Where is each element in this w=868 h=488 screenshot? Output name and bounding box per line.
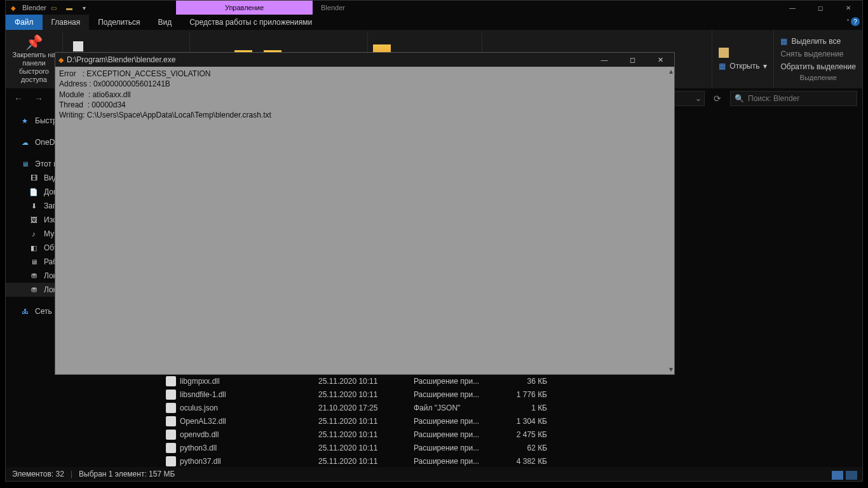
nav-network-label: Сеть: [35, 307, 52, 316]
selection-group-label: Выделение: [780, 74, 856, 82]
blender-icon: ◆: [58, 56, 64, 64]
scroll-down-icon[interactable]: ▾: [669, 365, 673, 374]
cloud-icon: ☁: [20, 137, 30, 147]
file-row[interactable]: python3.dll25.11.2020 10:11Расширение пр…: [147, 441, 862, 454]
status-selection: Выбран 1 элемент: 157 МБ: [79, 470, 175, 478]
close-button[interactable]: ✕: [834, 1, 862, 15]
collapse-ribbon-icon[interactable]: ˄: [846, 18, 850, 25]
file-icon: [166, 390, 176, 400]
file-size: 1 776 КБ: [503, 390, 547, 399]
select-none-label[interactable]: Снять выделение: [780, 50, 843, 58]
file-type: Расширение при...: [414, 377, 503, 386]
file-icon: [166, 416, 176, 426]
console-output[interactable]: Error : EXCEPTION_ACCESS_VIOLATION Addre…: [55, 67, 674, 374]
pin-label: Закрепить на панели быстрого доступа: [11, 51, 57, 85]
open-label[interactable]: Открыть: [729, 62, 759, 71]
music-icon: ♪: [29, 229, 39, 239]
network-icon: 🖧: [20, 306, 30, 316]
console-title: D:\Program\Blender\blender.exe: [67, 55, 175, 64]
tab-apptools[interactable]: Средства работы с приложениями: [180, 15, 321, 30]
file-type: Расширение при...: [414, 390, 503, 399]
tab-view[interactable]: Вид: [149, 15, 180, 30]
file-date: 21.10.2020 17:25: [318, 403, 414, 412]
search-placeholder: Поиск: Blender: [748, 94, 799, 103]
file-row[interactable]: OpenAL32.dll25.11.2020 10:11Расширение п…: [147, 414, 862, 428]
chevron-down-icon[interactable]: ⌄: [695, 94, 702, 103]
file-type: Расширение при...: [414, 457, 503, 466]
picture-icon: 🖼: [29, 215, 39, 225]
ribbon-tabs: Файл Главная Поделиться Вид Средства раб…: [6, 15, 862, 30]
file-type: Расширение при...: [414, 444, 503, 452]
document-icon: 📄: [29, 187, 39, 197]
search-input[interactable]: 🔍Поиск: Blender: [730, 91, 857, 106]
select-all-icon[interactable]: ▦: [780, 37, 787, 46]
refresh-button[interactable]: ⟳: [710, 91, 725, 106]
help-icon[interactable]: ?: [851, 17, 860, 26]
forward-button[interactable]: →: [31, 91, 46, 106]
file-type: Расширение при...: [414, 417, 503, 426]
tab-share[interactable]: Поделиться: [89, 15, 149, 30]
video-icon: 🎞: [29, 173, 39, 183]
tab-file[interactable]: Файл: [6, 15, 43, 30]
file-icon: [166, 443, 176, 453]
invert-sel-label[interactable]: Обратить выделение: [780, 62, 856, 71]
download-icon: ⬇: [29, 201, 39, 211]
copy-icon[interactable]: [73, 41, 83, 51]
status-count: Элементов: 32: [12, 470, 64, 478]
qat-save-icon[interactable]: ▭: [49, 3, 59, 13]
file-row[interactable]: libsndfile-1.dll25.11.2020 10:11Расширен…: [147, 388, 862, 401]
file-row[interactable]: oculus.json21.10.2020 17:25Файл "JSON"1 …: [147, 401, 862, 414]
tab-home[interactable]: Главная: [43, 15, 90, 30]
tab-manage[interactable]: Управление: [176, 1, 313, 15]
desktop-icon: 🖥: [29, 257, 39, 267]
maximize-button[interactable]: ◻: [806, 1, 834, 15]
drive-icon: ⛃: [29, 285, 39, 295]
app-name: Blender: [321, 4, 345, 11]
file-date: 25.11.2020 10:11: [318, 390, 414, 399]
status-bar: Элементов: 32 | Выбран 1 элемент: 157 МБ: [6, 467, 862, 481]
file-date: 25.11.2020 10:11: [318, 417, 414, 426]
chevron-down-icon[interactable]: ▾: [763, 62, 767, 71]
file-type: Расширение при...: [414, 430, 503, 439]
file-icon: [166, 456, 176, 466]
view-details-icon[interactable]: [832, 471, 843, 480]
file-icon: [166, 376, 176, 386]
select-all-label[interactable]: Выделить все: [791, 37, 841, 46]
titlebar: ◆ Blender ▭ ▬ ▾ Blender — ◻ ✕: [6, 1, 862, 15]
pc-icon: 🖥: [20, 159, 30, 169]
file-name: libsndfile-1.dll: [180, 390, 226, 399]
file-name: python3.dll: [180, 444, 217, 452]
cube-icon: ◧: [29, 243, 39, 253]
file-size: 62 КБ: [503, 444, 547, 452]
file-name: openvdb.dll: [180, 430, 219, 439]
drive-icon: ⛃: [29, 271, 39, 281]
file-size: 36 КБ: [503, 377, 547, 386]
console-scrollbar[interactable]: ▴▾: [668, 67, 674, 374]
qat-dropdown-icon[interactable]: ▾: [79, 3, 90, 13]
file-name: libgmpxx.dll: [180, 377, 220, 386]
blender-icon: ◆: [8, 3, 18, 13]
window-title: Blender: [22, 4, 46, 11]
console-close-button[interactable]: ✕: [646, 53, 674, 67]
file-row[interactable]: openvdb.dll25.11.2020 10:11Расширение пр…: [147, 428, 862, 441]
star-icon: ★: [20, 116, 30, 126]
file-icon: [166, 403, 176, 413]
file-name: OpenAL32.dll: [180, 417, 226, 426]
back-button[interactable]: ←: [11, 91, 26, 106]
minimize-button[interactable]: —: [778, 1, 806, 15]
properties-icon[interactable]: [719, 48, 729, 58]
scroll-up-icon[interactable]: ▴: [669, 67, 673, 76]
view-large-icon[interactable]: [846, 471, 857, 480]
file-size: 4 382 КБ: [503, 457, 547, 466]
console-titlebar[interactable]: ◆ D:\Program\Blender\blender.exe — ◻ ✕: [55, 53, 674, 67]
qat-folder-icon[interactable]: ▬: [64, 3, 74, 13]
pin-icon[interactable]: 📌: [25, 34, 43, 51]
console-window: ◆ D:\Program\Blender\blender.exe — ◻ ✕ E…: [55, 52, 675, 375]
file-date: 25.11.2020 10:11: [318, 430, 414, 439]
console-text: Error : EXCEPTION_ACCESS_VIOLATION Addre…: [59, 69, 271, 119]
open-icon[interactable]: ▦: [719, 62, 726, 71]
file-row[interactable]: libgmpxx.dll25.11.2020 10:11Расширение п…: [147, 374, 862, 388]
file-row[interactable]: python37.dll25.11.2020 10:11Расширение п…: [147, 454, 862, 467]
console-maximize-button[interactable]: ◻: [618, 53, 646, 67]
console-minimize-button[interactable]: —: [590, 53, 618, 67]
